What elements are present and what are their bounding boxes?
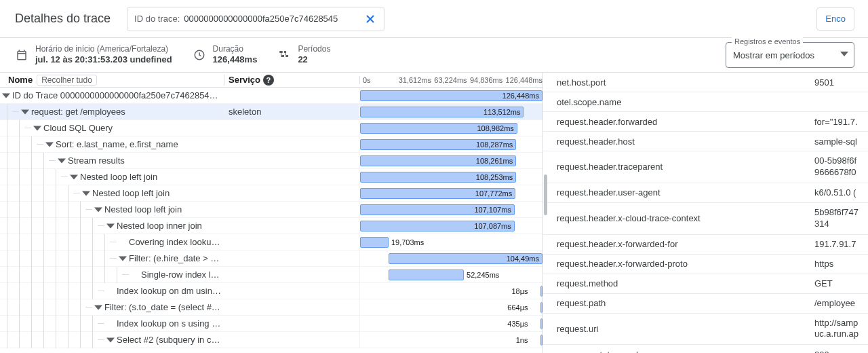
span-rows[interactable]: ID do Trace 0000000000000000fa250e7c7462… (0, 88, 542, 353)
span-row[interactable]: Index lookup on dm usin…18µs (0, 283, 542, 299)
span-duration-label: 19,703ms (391, 237, 424, 248)
span-row[interactable]: Nested loop left join107,772ms (0, 185, 542, 202)
attr-row[interactable]: request.methodGET (543, 274, 868, 294)
span-name-label: Cloud SQL Query (43, 123, 115, 133)
span-row[interactable]: Stream results108,261ms (0, 153, 542, 169)
span-row[interactable]: request: get /employeesskeleton113,512ms (0, 104, 542, 120)
attr-row[interactable]: request.path/employee (543, 294, 868, 314)
attr-row[interactable]: request.header.hostsample-sql (543, 132, 868, 151)
attr-row[interactable]: otel.scope.name (543, 92, 868, 112)
attr-key: request.header.user-agent (557, 187, 814, 198)
span-bar: 108,982ms (360, 123, 517, 134)
chevron-down-icon[interactable] (117, 253, 129, 265)
svg-rect-4 (286, 55, 289, 57)
span-row[interactable]: Select #2 (subquery in c…1ns (0, 332, 542, 348)
span-name-label: Sort: e.last_name, e.first_name (56, 139, 181, 149)
meta-start-value: jul. 12 às 20:31:53.203 undefined (35, 54, 172, 65)
span-name-cell: Index lookup on dm usin… (0, 283, 224, 299)
col-head-name: Nome Recolher tudo (0, 75, 224, 86)
span-row[interactable]: Sort: e.last_name, e.first_name108,287ms (0, 136, 542, 153)
span-gantt-cell: 19,703ms (359, 234, 542, 250)
attribute-table: net.host.port9501otel.scope.namerequest.… (543, 73, 868, 353)
attr-row[interactable]: response.status_code200 (543, 345, 868, 353)
span-gantt-cell: 126,448ms (359, 88, 542, 103)
main-split: Nome Recolher tudo Serviço ? 0s31,612ms6… (0, 72, 868, 353)
span-row[interactable]: Filter: (e.hire_date > …104,49ms (0, 250, 542, 267)
span-gantt-cell: 108,982ms (359, 120, 542, 136)
span-gantt-cell: 108,253ms (359, 169, 542, 185)
span-row[interactable]: ID do Trace 0000000000000000fa250e7c7462… (0, 88, 542, 104)
span-row[interactable]: Filter: (s.to_date = (select #…664µs (0, 299, 542, 316)
span-name-cell: Cloud SQL Query (0, 120, 224, 136)
span-row[interactable]: Nested loop left join107,107ms (0, 202, 542, 218)
span-duration-label: 52,245ms (467, 270, 499, 280)
span-row[interactable]: Single-row index l…52,245ms (0, 267, 542, 283)
attr-row[interactable]: request.header.x-forwarded-protohttps (543, 255, 868, 274)
span-gantt-cell: 107,087ms (359, 218, 542, 234)
meta-start-label: Horário de início (America/Fortaleza) (35, 44, 172, 54)
col-head-timeline: 0s31,612ms63,224ms94,836ms126,448ms (359, 76, 542, 84)
attr-value: for="191.7. (814, 117, 868, 127)
chevron-down-icon[interactable] (92, 204, 104, 216)
svg-rect-3 (281, 55, 285, 57)
span-name-label: Select #2 (subquery in c… (117, 335, 222, 345)
chevron-down-icon[interactable] (0, 90, 12, 102)
timeline-tick: 0s (360, 76, 396, 84)
right-pane: net.host.port9501otel.scope.namerequest.… (542, 73, 868, 353)
span-bar: 108,287ms (360, 139, 516, 150)
span-duration-label: 126,448ms (502, 92, 539, 100)
chevron-down-icon[interactable] (104, 220, 117, 232)
help-icon[interactable]: ? (263, 75, 274, 86)
chevron-down-icon[interactable] (80, 187, 92, 200)
span-name-label: Stream results (68, 155, 127, 166)
svg-rect-1 (280, 51, 283, 53)
attr-key: request.method (557, 278, 814, 289)
span-name-cell: request: get /employees (0, 104, 224, 120)
col-head-name-label: Nome (8, 75, 33, 85)
span-row[interactable]: Nested loop left join108,253ms (0, 169, 542, 185)
chevron-down-icon[interactable] (92, 301, 104, 314)
attr-row[interactable]: request.header.traceparent00-5b98f6f9666… (543, 151, 868, 183)
span-gantt-cell: 104,49ms (359, 250, 542, 266)
span-service-cell: skeleton (224, 107, 359, 117)
timeline-tick: 94,836ms (467, 76, 503, 84)
span-row[interactable]: Cloud SQL Query108,982ms (0, 120, 542, 136)
col-head-service-label: Serviço (229, 75, 260, 85)
attr-row[interactable]: request.header.user-agentk6/0.51.0 ( (543, 183, 868, 203)
span-gantt-cell: 1ns (359, 332, 542, 348)
span-name-cell: ID do Trace 0000000000000000fa250e7c7462… (0, 90, 224, 102)
span-row[interactable]: Covering index looku…19,703ms (0, 234, 542, 250)
attr-row[interactable]: request.header.forwardedfor="191.7. (543, 112, 868, 132)
attr-row[interactable]: request.header.x-cloud-trace-context5b98… (543, 203, 868, 235)
logs-events-select[interactable]: Registros e eventos Mostrar em períodos (726, 42, 854, 68)
find-trace-button[interactable]: Enco (816, 7, 854, 31)
span-row[interactable]: Index lookup on s using …435µs (0, 316, 542, 332)
chevron-down-icon[interactable] (43, 138, 56, 151)
attr-value: 00-5b98f6f9666678f0 (814, 155, 868, 179)
span-bar: 126,448ms (360, 90, 542, 101)
span-name-cell: Nested loop left join (0, 169, 224, 185)
chevron-down-icon[interactable] (56, 155, 68, 167)
chevron-down-icon[interactable] (104, 334, 117, 346)
chevron-down-icon[interactable] (68, 171, 80, 183)
span-name-cell: Nested loop left join (0, 202, 224, 218)
attr-row[interactable]: net.host.port9501 (543, 73, 868, 92)
span-name-cell: Filter: (e.hire_date > … (0, 250, 224, 267)
span-duration-label: 107,107ms (474, 206, 511, 214)
left-pane: Nome Recolher tudo Serviço ? 0s31,612ms6… (0, 73, 542, 353)
attr-row[interactable]: request.urihttp://sampuc.a.run.ap (543, 314, 868, 346)
scrollbar-thumb[interactable] (544, 174, 547, 215)
root: Detalhes do trace ID do trace: 000000000… (0, 0, 868, 353)
collapse-all-button[interactable]: Recolher tudo (37, 75, 97, 86)
chevron-down-icon[interactable] (31, 122, 43, 134)
attr-row[interactable]: request.header.x-forwarded-for191.7.91.7 (543, 235, 868, 255)
span-name-label: Nested loop left join (92, 188, 172, 198)
chevron-down-icon (840, 50, 848, 60)
clear-trace-id-icon[interactable] (362, 11, 378, 27)
logs-events-label: Registros e eventos (732, 37, 803, 45)
span-bar (389, 270, 464, 280)
chevron-down-icon[interactable] (19, 106, 31, 118)
span-duration-label: 1ns (516, 335, 528, 346)
span-row[interactable]: Nested loop inner join107,087ms (0, 218, 542, 234)
trace-id-input[interactable]: ID do trace: 0000000000000000fa250e7c746… (127, 7, 384, 31)
